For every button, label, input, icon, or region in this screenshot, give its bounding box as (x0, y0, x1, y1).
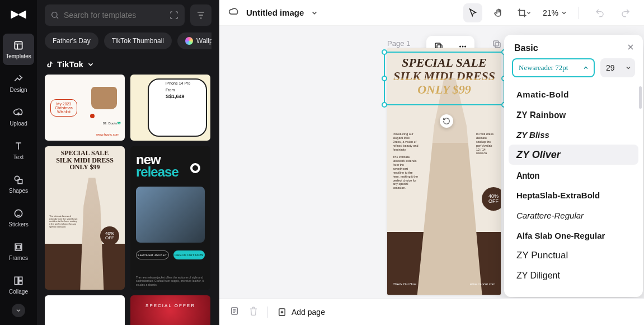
font-size-select[interactable]: 29 (600, 58, 635, 77)
chevron-up-icon (582, 64, 589, 71)
delete-button[interactable] (248, 306, 258, 318)
canvas-model (415, 78, 485, 295)
svg-point-1 (15, 176, 19, 180)
font-option[interactable]: Amatic-Bold (509, 84, 638, 104)
canvas-area: Untitled image 21% Page 1 Intr (219, 0, 644, 325)
redo-button[interactable] (616, 3, 635, 22)
rail-upload[interactable]: Upload (3, 101, 34, 132)
font-option[interactable]: Carattere-Regular (509, 205, 638, 225)
chevron-down-icon (561, 10, 567, 16)
font-option[interactable]: ZY Diligent (509, 266, 638, 286)
rail-design-label: Design (10, 87, 27, 93)
template-card[interactable] (45, 295, 125, 325)
scan-icon[interactable] (169, 10, 179, 20)
selection-box[interactable] (384, 52, 505, 105)
stage[interactable]: Page 1 Introducing our elegant Midi Dres… (219, 26, 644, 298)
chip-tiktok-thumbnail[interactable]: TikTok Thumbnail (104, 32, 172, 49)
font-panel: Basic Newsreader 72pt 29 (504, 35, 643, 297)
rail-shapes-label: Shapes (9, 188, 28, 194)
font-option[interactable]: ZY Bliss (509, 124, 638, 145)
chip-row: Father's Day TikTok Thumbnail Wallp (45, 32, 211, 49)
notes-button[interactable] (229, 306, 239, 318)
resize-handle[interactable] (382, 49, 387, 55)
chevron-down-icon[interactable] (311, 9, 318, 17)
rail-upload-label: Upload (10, 120, 27, 127)
resize-handle[interactable] (382, 76, 387, 81)
svg-rect-16 (493, 41, 499, 46)
left-rail: Templates Design Upload Text Shapes Stic… (0, 0, 37, 325)
template-card[interactable]: iPhone 14 Pro From S$1,649 (130, 75, 210, 141)
rail-stickers[interactable]: Stickers (3, 202, 34, 233)
rail-collage-label: Collage (9, 289, 28, 295)
template-search[interactable] (45, 4, 185, 26)
svg-rect-6 (15, 277, 18, 284)
add-page-icon (277, 307, 287, 317)
font-option[interactable]: HeptaSlab-ExtraBold (509, 185, 638, 205)
close-icon (626, 43, 635, 52)
font-option[interactable]: Anton (509, 163, 638, 186)
add-page-button[interactable]: Add page (277, 307, 325, 317)
hand-tool[interactable] (489, 3, 508, 22)
svg-rect-11 (435, 43, 440, 48)
section-tiktok[interactable]: TikTok (46, 59, 211, 69)
scrollbar[interactable] (639, 86, 642, 109)
document-title[interactable]: Untitled image (246, 8, 304, 17)
font-option[interactable]: ZY Rainbow (509, 103, 638, 126)
template-card[interactable]: My 2023 Christmas Wishlist 03. Boots www… (45, 75, 125, 141)
sparkle-icon (185, 37, 193, 45)
svg-rect-0 (15, 41, 22, 49)
page-label: Page 1 (387, 39, 410, 48)
chevron-down-icon (625, 64, 632, 71)
svg-rect-7 (19, 277, 22, 280)
rail-collage[interactable]: Collage (3, 269, 34, 300)
resize-handle[interactable] (382, 102, 387, 108)
cursor-tool[interactable] (463, 3, 482, 22)
template-card-newrelease[interactable]: new release LEATHER JACKET CHECK OUT NOW… (130, 146, 210, 290)
cloud-sync-icon[interactable] (228, 6, 239, 20)
font-option[interactable]: Alfa Slab One-Regular (509, 225, 638, 245)
rotate-handle[interactable] (440, 114, 453, 128)
svg-rect-15 (495, 43, 500, 48)
rail-frames[interactable]: Frames (3, 235, 34, 267)
close-button[interactable] (626, 43, 635, 54)
rail-more[interactable] (12, 304, 25, 317)
svg-point-14 (464, 46, 466, 48)
rail-shapes[interactable]: Shapes (3, 168, 34, 199)
template-card-fashion[interactable]: SPECIAL SALE SILK MIDI DRESS ONLY $99 Th… (45, 146, 125, 290)
svg-rect-8 (19, 281, 22, 284)
tiktok-icon (46, 61, 54, 68)
filter-button[interactable] (190, 4, 211, 26)
template-search-input[interactable] (64, 11, 164, 20)
svg-point-13 (462, 46, 463, 48)
canvas-badge: 40% OFF (482, 187, 501, 211)
chevron-down-icon (87, 61, 95, 68)
top-toolbar: Untitled image 21% (219, 0, 644, 26)
undo-button[interactable] (590, 3, 609, 22)
bottom-bar: Add page (219, 298, 644, 325)
rail-design[interactable]: Design (3, 67, 34, 99)
discount-badge: 40% OFF (100, 226, 119, 245)
crop-tool[interactable] (515, 3, 534, 22)
app-logo[interactable] (8, 4, 29, 25)
svg-point-9 (52, 12, 57, 17)
zoom-level[interactable]: 21% (543, 8, 567, 17)
font-option[interactable]: ZY Oliver (509, 145, 638, 165)
svg-rect-5 (17, 245, 21, 249)
svg-point-12 (459, 46, 461, 48)
font-option[interactable]: ZY Punctual (509, 245, 638, 266)
templates-panel: Father's Day TikTok Thumbnail Wallp TikT… (37, 0, 219, 325)
font-panel-title: Basic (514, 43, 538, 53)
template-card[interactable]: SPECIAL OFFER (130, 295, 210, 325)
font-family-select[interactable]: Newsreader 72pt (512, 58, 595, 77)
filter-icon (196, 10, 206, 20)
font-list[interactable]: Amatic-Bold ZY Rainbow ZY Bliss ZY Olive… (504, 83, 643, 297)
chip-fathers-day[interactable]: Father's Day (45, 32, 98, 49)
search-icon (50, 11, 59, 20)
chip-wallpaper[interactable]: Wallp (177, 32, 211, 49)
rail-templates-label: Templates (6, 53, 31, 59)
svg-point-3 (15, 210, 22, 217)
templates-grid[interactable]: My 2023 Christmas Wishlist 03. Boots www… (45, 75, 211, 325)
template-headline: SPECIAL SALE SILK MIDI DRESS ONLY $99 (49, 150, 120, 171)
rail-text[interactable]: Text (3, 134, 34, 166)
rail-templates[interactable]: Templates (3, 34, 34, 65)
